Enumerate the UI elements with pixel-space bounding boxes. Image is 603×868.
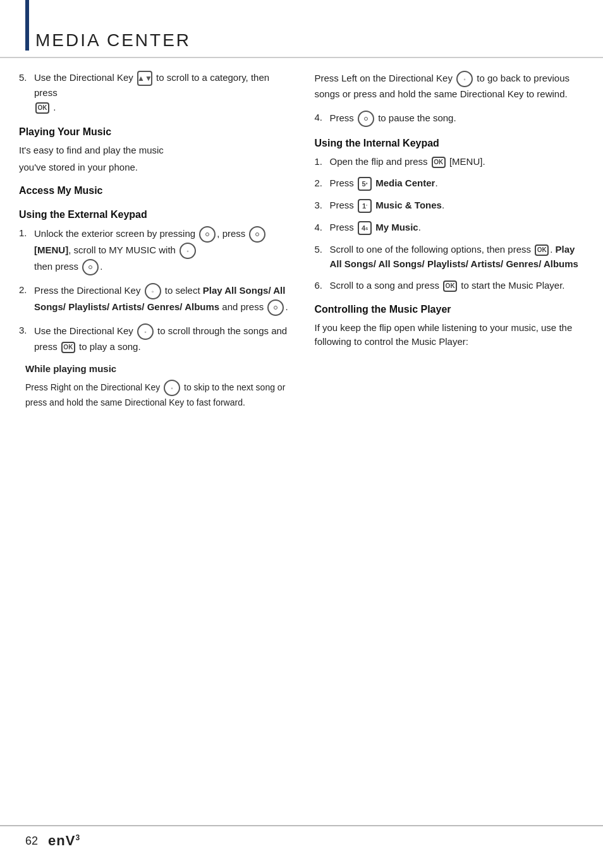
int-step4-content: Press 4s My Music.	[330, 220, 585, 235]
int-step1-content: Open the flip and press OK [MENU].	[330, 155, 585, 169]
step5-content: Use the Directional Key ▲▼ to scroll to …	[34, 71, 289, 114]
controlling-text: If you keep the flip open while listenin…	[315, 321, 585, 349]
ok-box-icon-2: OK	[432, 157, 446, 168]
dir-key-icon-2: ◦	[145, 283, 161, 299]
ok-circle-icon-4	[267, 299, 284, 316]
step3-content: Use the Directional Key ◦ to scroll thro…	[34, 323, 289, 354]
ok-circle-icon-3	[82, 259, 99, 275]
while-playing-right: Press Right on the Directional Key ◦ to …	[25, 380, 289, 409]
int-step2-content: Press 5* Media Center.	[330, 176, 585, 191]
while-playing-section: While playing music Press Right on the D…	[25, 362, 289, 410]
int-step2-num: 2.	[315, 176, 327, 191]
access-my-music-heading: Access My Music	[19, 183, 289, 198]
key-5-icon: 5*	[358, 177, 372, 191]
int-step-2: 2. Press 5* Media Center.	[315, 176, 585, 191]
right-column: Press Left on the Directional Key ◦ to g…	[302, 71, 585, 414]
directional-key-updown-icon: ▲▼	[137, 71, 152, 86]
step5-intro: 5. Use the Directional Key ▲▼ to scroll …	[19, 71, 289, 114]
while-playing-left-text: Press Left on the Directional Key ◦ to g…	[315, 71, 585, 102]
ok-circle-icon-5	[358, 111, 374, 127]
controlling-heading: Controlling the Music Player	[315, 302, 585, 317]
ext-step-1: 1. Unlock the exterior screen by pressin…	[19, 226, 289, 275]
page-title: MEDIA CENTER	[35, 30, 578, 51]
ext-step-2: 2. Press the Directional Key ◦ to select…	[19, 283, 289, 316]
int-step5-content: Scroll to one of the following options, …	[330, 243, 585, 271]
while-playing-heading: While playing music	[25, 362, 289, 377]
step1-content: Unlock the exterior screen by pressing ,…	[34, 226, 289, 275]
step5-num: 5.	[19, 71, 32, 85]
page: MEDIA CENTER 5. Use the Directional Key …	[0, 0, 603, 868]
ok-box-icon-4: OK	[443, 280, 457, 292]
ok-circle-icon-2	[249, 226, 265, 243]
step3-num: 3.	[19, 323, 32, 338]
ok-box-icon-1: OK	[61, 342, 75, 353]
playing-intro: It's easy to find and play the music you…	[19, 143, 289, 174]
footer: 62 enV3	[0, 825, 603, 855]
main-content: 5. Use the Directional Key ▲▼ to scroll …	[0, 71, 603, 414]
step2-num: 2.	[19, 283, 32, 298]
dir-left-icon: ◦	[456, 71, 473, 87]
playing-your-music-heading: Playing Your Music	[19, 124, 289, 140]
int-step3-num: 3.	[315, 198, 327, 213]
int-step3-content: Press 1' Music & Tones.	[330, 198, 585, 213]
logo-version: 3	[75, 833, 80, 842]
int-step6-num: 6.	[315, 279, 327, 293]
playing-intro-line2: you've stored in your phone.	[19, 160, 289, 175]
dir-key-icon-1: ◦	[180, 243, 196, 259]
int-step-6: 6. Scroll to a song and press OK to star…	[315, 279, 585, 293]
ok-button-icon: OK	[35, 102, 49, 114]
ok-circle-icon-1	[199, 226, 216, 243]
int-step-3: 3. Press 1' Music & Tones.	[315, 198, 585, 213]
step4-content: Press to pause the song.	[330, 111, 585, 127]
int-step1-num: 1.	[315, 155, 327, 169]
int-step4-num: 4.	[315, 220, 327, 235]
key-1-icon: 1'	[358, 199, 372, 213]
dir-key-icon-3: ◦	[137, 323, 154, 340]
title-section: MEDIA CENTER	[0, 19, 603, 58]
key-4-icon: 4s	[358, 221, 372, 235]
int-step-4: 4. Press 4s My Music.	[315, 220, 585, 235]
accent-bar	[25, 0, 29, 51]
int-step-1: 1. Open the flip and press OK [MENU].	[315, 155, 585, 169]
step5-text: Use the Directional Key	[34, 72, 133, 83]
int-step6-content: Scroll to a song and press OK to start t…	[330, 279, 585, 293]
logo: enV3	[48, 833, 80, 849]
page-number: 62	[25, 835, 38, 848]
step2-content: Press the Directional Key ◦ to select Pl…	[34, 283, 289, 316]
step4-right: 4. Press to pause the song.	[315, 111, 585, 127]
internal-keypad-steps: 1. Open the flip and press OK [MENU]. 2.…	[315, 155, 585, 293]
playing-intro-line1: It's easy to find and play the music	[19, 143, 289, 158]
ext-keypad-heading: Using the External Keypad	[19, 207, 289, 222]
ok-box-icon-3: OK	[535, 244, 549, 256]
ext-keypad-steps: 1. Unlock the exterior screen by pressin…	[19, 226, 289, 354]
int-step5-num: 5.	[315, 243, 327, 257]
step1-num: 1.	[19, 226, 32, 241]
left-column: 5. Use the Directional Key ▲▼ to scroll …	[19, 71, 302, 414]
while-playing-cont: Press Left on the Directional Key ◦ to g…	[315, 71, 585, 102]
ext-step-3: 3. Use the Directional Key ◦ to scroll t…	[19, 323, 289, 354]
int-step-5: 5. Scroll to one of the following option…	[315, 243, 585, 271]
internal-keypad-heading: Using the Internal Keypad	[315, 136, 585, 151]
dir-right-icon: ◦	[164, 380, 180, 396]
step4-num: 4.	[315, 111, 327, 125]
